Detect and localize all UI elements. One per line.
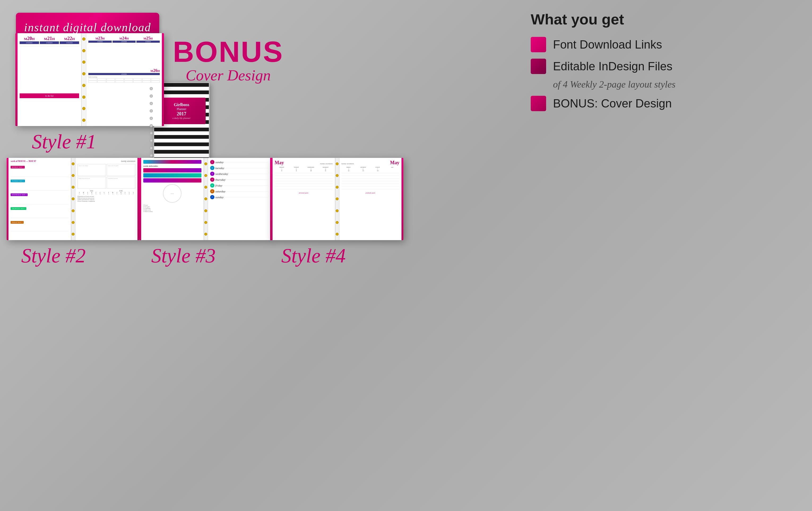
spiral-binding-s3 [204,158,208,240]
notebook-tagline: a daily life planner [173,117,191,119]
spiral-binding-s4 [335,158,339,240]
spiral-dot [150,139,153,142]
notebook-pink-band: Girlboss Planner 2017 a daily life plann… [157,98,206,124]
spiral-dot [150,146,153,150]
notebook-spiral-left [149,85,153,159]
what-you-get-title: What you get [531,10,796,28]
style3-label: Style #3 [151,244,216,267]
feature-item-bonus: BONUS: Cover Design [531,96,796,111]
spiral-dot [150,87,153,90]
layout-sub-text: of 4 Weekly 2-page layout styles [553,79,796,90]
indesign-label: Editable InDesign Files [553,60,672,73]
spiral-dot [150,124,153,127]
style4-spread: May twenty seventeen MONDAY TUESDAY WEDN… [271,158,403,240]
pink-edge-s3 [139,158,141,240]
notebook-subtitle: Planner [177,107,186,111]
spiral-binding-s1 [82,33,86,126]
pink-edge-right-s2 [138,158,139,240]
spiral-dot [150,117,153,120]
notebook-title: Girlboss [174,102,189,107]
what-you-get-section: What you get Font Download Links Editabl… [531,10,796,111]
style1-label: Style #1 [32,130,96,153]
feature-item-indesign: Editable InDesign Files [531,59,796,74]
pink-edge-s2 [7,158,8,240]
spiral-dot [150,102,153,105]
s2-left: week of MAY 01 — MAY 07 MONDAY MAY 1 TUE… [8,158,71,240]
font-download-label: Font Download Links [553,38,662,51]
s2-right: twenty seventeen what is one thing? what… [75,158,138,240]
bonus-icon [531,96,546,111]
bonus-section: BONUS Cover Design [162,37,294,84]
pink-edge-right-s4 [402,158,403,240]
spiral-binding-s2 [71,158,75,240]
pink-edge-s4 [271,158,272,240]
bonus-cover-label: BONUS: Cover Design [553,97,672,110]
spiral-dot [150,154,153,157]
pink-edge-right-s1 [162,33,164,126]
feature-item-fonts: Font Download Links [531,37,796,52]
style3-spread: weekly deliverables focus ☐ Goals ☐ Stre… [139,158,272,240]
spiral-dot [150,94,153,98]
spiral-dot [150,109,153,113]
style2-label: Style #2 [21,244,86,267]
banner-text: instant digital download [24,21,151,34]
pink-edge-left-s1 [16,33,18,126]
s1-left-page: M20H schedule M21H schedule M22H schedul… [18,33,82,126]
style4-label: Style #4 [281,244,346,267]
spiral-dot [150,131,153,135]
s3-right: 1 sunday 2 tuesday 3 wednesday 4 thursda… [208,158,270,240]
bonus-subtitle: Cover Design [162,66,294,84]
font-icon [531,37,546,52]
s4-left: May twenty seventeen MONDAY TUESDAY WEDN… [272,158,335,240]
bonus-title: BONUS [162,37,294,66]
s3-left: weekly deliverables focus ☐ Goals ☐ Stre… [141,158,204,240]
notebook-year: 2017 [177,111,186,117]
s4-right: twenty seventeen May FRIDAY SATURDAY SUN… [339,158,402,240]
style1-spread: M20H schedule M21H schedule M22H schedul… [16,33,164,126]
indesign-icon [531,59,546,74]
style2-spread: week of MAY 01 — MAY 07 MONDAY MAY 1 TUE… [7,158,139,240]
